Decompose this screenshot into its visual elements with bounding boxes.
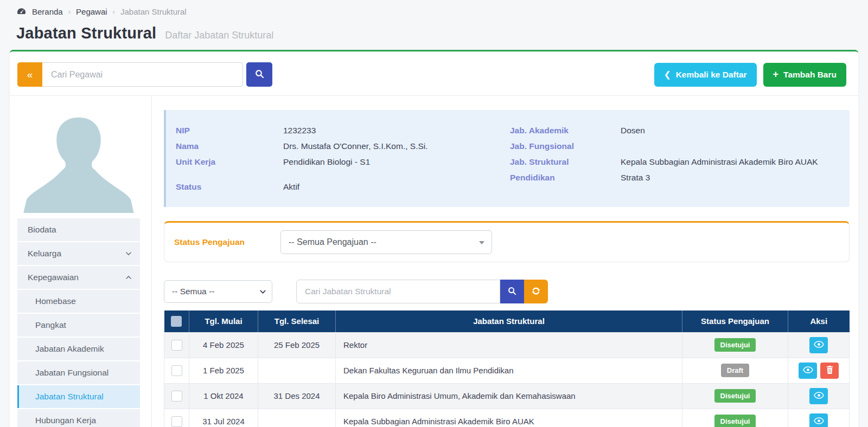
status-pengajuan-select[interactable]: -- Semua Pengajuan -- — [280, 230, 492, 254]
breadcrumb-home[interactable]: Beranda — [32, 7, 63, 16]
avatar — [17, 110, 140, 213]
row-checkbox[interactable] — [171, 340, 182, 351]
delete-button[interactable] — [820, 363, 839, 379]
jab-fungsional-label: Jab. Fungsional — [510, 139, 621, 154]
back-to-list-button[interactable]: ❮ Kembali ke Daftar — [654, 63, 757, 87]
refresh-button[interactable] — [524, 280, 548, 303]
back-button-label: Kembali ke Daftar — [676, 70, 747, 80]
chevron-left-icon: ❮ — [664, 70, 671, 80]
jab-akademik-label: Jab. Akademik — [510, 123, 621, 139]
nama-label: Nama — [176, 139, 283, 154]
nama-value: Drs. Mustafa O'Conner, S.I.Kom., S.Si. — [283, 139, 510, 154]
sidebar-item-label: Homebase — [35, 296, 76, 306]
breadcrumb-separator: › — [113, 8, 115, 16]
sidebar-item-jabatan-akademik[interactable]: Jabatan Akademik — [17, 338, 140, 360]
table-row: 1 Okt 2024 31 Des 2024 Kepala Biro Admin… — [164, 383, 850, 409]
eye-icon — [803, 366, 813, 375]
sidebar-item-kepegawaian[interactable]: Kepegawaian — [17, 266, 140, 289]
table-row: 1 Feb 2025 Dekan Fakultas Keguruan dan I… — [164, 358, 850, 383]
cell-tgl-selesai: 25 Feb 2025 — [258, 332, 336, 358]
sidebar-item-hubungan-kerja[interactable]: Hubungan Kerja — [17, 409, 140, 427]
employee-search-input[interactable] — [42, 62, 243, 87]
jab-fungsional-value — [621, 139, 842, 154]
toolbar: « ❮ Kembali ke Daftar + Tambah Baru — [10, 51, 858, 96]
status-value: Aktif — [283, 179, 510, 195]
sidebar-item-keluarga[interactable]: Keluarga — [17, 242, 140, 265]
sidebar-item-label: Jabatan Akademik — [35, 344, 104, 354]
column-filter-select-value: -- Semua -- — [172, 287, 214, 296]
sidebar-item-jabatan-fungsional[interactable]: Jabatan Fungsional — [17, 361, 140, 384]
add-button-label: Tambah Baru — [783, 70, 837, 80]
chevron-up-icon — [125, 274, 132, 281]
pendidikan-label: Pendidikan — [510, 170, 621, 186]
cell-tgl-selesai — [258, 358, 336, 383]
sidebar-item-label: Biodata — [28, 225, 56, 235]
sidebar-item-jabatan-struktural[interactable]: Jabatan Struktural — [17, 385, 140, 408]
select-all-checkbox[interactable] — [171, 316, 182, 327]
main-pane: NIP1232233 NamaDrs. Mustafa O'Conner, S.… — [152, 96, 858, 427]
page-header: Jabatan Struktural Daftar Jabatan Strukt… — [0, 19, 868, 50]
nip-value: 1232233 — [283, 123, 510, 139]
refresh-icon — [532, 287, 540, 297]
employee-search-group: « — [17, 62, 272, 87]
collapse-icon: « — [27, 69, 33, 81]
status-pengajuan-select-value: -- Semua Pengajuan -- — [289, 237, 376, 247]
jab-struktural-label: Jab. Struktural — [510, 154, 621, 170]
cell-tgl-mulai: 1 Okt 2024 — [189, 383, 258, 409]
row-checkbox[interactable] — [171, 391, 182, 402]
view-button[interactable] — [809, 413, 828, 427]
breadcrumb-pegawai[interactable]: Pegawai — [76, 7, 107, 16]
row-checkbox[interactable] — [171, 365, 182, 376]
employee-search-button[interactable] — [246, 62, 272, 87]
status-badge: Disetujui — [714, 389, 756, 403]
sidebar-item-pangkat[interactable]: Pangkat — [17, 314, 140, 337]
profile-menu: Biodata Keluarga Kepegawaian Homebase — [17, 218, 140, 427]
column-filter-select[interactable]: -- Semua -- — [164, 280, 272, 303]
status-pengajuan-card: Status Pengajuan -- Semua Pengajuan -- — [164, 221, 850, 262]
view-button[interactable] — [809, 337, 828, 353]
cell-tgl-selesai — [258, 409, 336, 427]
view-button[interactable] — [809, 388, 828, 404]
status-pengajuan-label: Status Pengajuan — [174, 237, 280, 247]
status-badge: Disetujui — [714, 338, 756, 352]
toolbar-actions: ❮ Kembali ke Daftar + Tambah Baru — [654, 63, 846, 87]
view-button[interactable] — [799, 363, 817, 379]
add-new-button[interactable]: + Tambah Baru — [763, 63, 846, 87]
eye-icon — [814, 392, 824, 400]
table-row: 4 Feb 2025 25 Feb 2025 Rektor Disetujui — [164, 332, 850, 358]
unit-kerja-label: Unit Kerja — [176, 154, 283, 170]
person-silhouette-icon — [17, 110, 140, 213]
breadcrumb-separator: › — [68, 8, 71, 16]
cell-jabatan: Kepala Biro Administrasi Umum, Akademik … — [336, 383, 682, 409]
trash-icon — [826, 366, 833, 376]
breadcrumb-current: Jabatan Struktural — [120, 7, 187, 16]
table-search-button[interactable] — [500, 280, 524, 303]
header-tgl-selesai: Tgl. Selesai — [258, 310, 336, 332]
jab-struktural-value: Kepala Subbagian Administrasi Akademik B… — [621, 154, 842, 170]
pendidikan-value: Strata 3 — [621, 170, 842, 186]
main-card: « ❮ Kembali ke Daftar + Tambah Baru — [10, 50, 858, 427]
cell-jabatan: Kepala Subbagian Administrasi Akademik B… — [336, 409, 682, 427]
search-icon — [508, 287, 516, 297]
chevron-down-icon — [125, 250, 132, 257]
collapse-sidebar-button[interactable]: « — [17, 62, 42, 87]
header-jabatan-struktural: Jabatan Struktural — [336, 310, 682, 332]
sidebar-item-homebase[interactable]: Homebase — [17, 290, 140, 313]
table-search-input[interactable] — [296, 280, 500, 303]
dashboard-icon — [16, 7, 27, 17]
header-aksi: Aksi — [788, 310, 850, 332]
sidebar-item-label: Jabatan Struktural — [35, 392, 104, 402]
table-header-row: Tgl. Mulai Tgl. Selesai Jabatan Struktur… — [164, 310, 850, 332]
dropdown-caret-icon — [479, 241, 484, 244]
eye-icon — [814, 417, 824, 426]
unit-kerja-value: Pendidikan Biologi - S1 — [283, 154, 510, 170]
status-label: Status — [176, 179, 283, 195]
sidebar-item-label: Keluarga — [28, 249, 61, 258]
search-icon — [255, 69, 264, 80]
status-badge: Disetujui — [714, 415, 756, 427]
chevron-down-icon — [259, 288, 266, 295]
row-checkbox[interactable] — [171, 416, 182, 427]
cell-tgl-mulai: 1 Feb 2025 — [189, 358, 258, 383]
page-subtitle: Daftar Jabatan Struktural — [165, 30, 273, 41]
sidebar-item-biodata[interactable]: Biodata — [17, 218, 140, 241]
